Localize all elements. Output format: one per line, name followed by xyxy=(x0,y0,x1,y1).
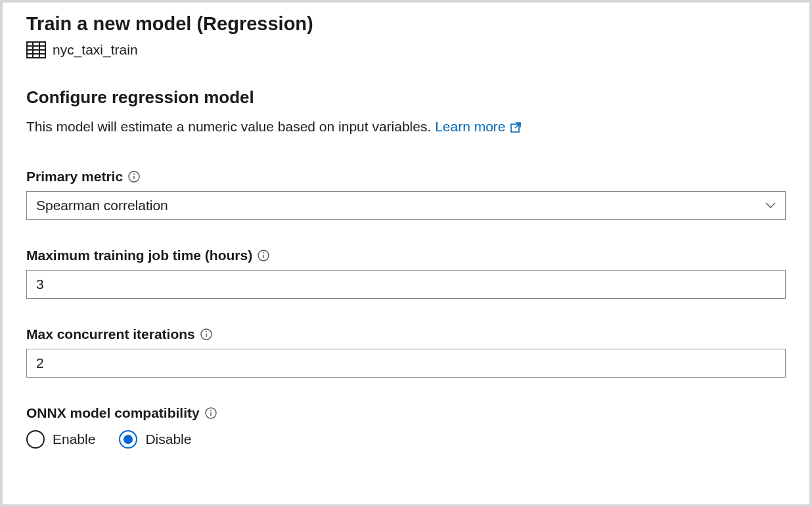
max-training-time-input[interactable] xyxy=(26,270,786,299)
info-icon[interactable] xyxy=(200,328,212,340)
radio-dot-icon xyxy=(124,435,133,444)
max-concurrent-label: Max concurrent iterations xyxy=(26,326,786,342)
page-title: Train a new model (Regression) xyxy=(26,13,786,35)
primary-metric-select[interactable]: Spearman correlation xyxy=(26,191,786,220)
radio-circle-icon xyxy=(26,430,45,449)
learn-more-text: Learn more xyxy=(435,117,505,136)
dataset-row: nyc_taxi_train xyxy=(26,41,786,58)
train-model-panel: Train a new model (Regression) nyc_taxi_… xyxy=(3,3,809,504)
max-training-time-label: Maximum training job time (hours) xyxy=(26,248,786,263)
svg-point-16 xyxy=(206,331,207,332)
max-concurrent-input[interactable] xyxy=(26,349,786,378)
max-training-time-label-text: Maximum training job time (hours) xyxy=(26,248,252,263)
primary-metric-value: Spearman correlation xyxy=(36,198,168,213)
radio-circle-icon xyxy=(119,430,137,449)
primary-metric-label-text: Primary metric xyxy=(26,169,123,185)
info-icon[interactable] xyxy=(258,250,269,261)
svg-point-19 xyxy=(210,410,212,411)
primary-metric-label: Primary metric xyxy=(26,169,786,185)
svg-point-10 xyxy=(133,173,135,175)
table-icon xyxy=(26,41,46,58)
dataset-name: nyc_taxi_train xyxy=(53,42,138,58)
svg-point-13 xyxy=(263,252,264,254)
section-description: This model will estimate a numeric value… xyxy=(26,117,786,136)
learn-more-link[interactable]: Learn more xyxy=(435,117,521,136)
section-title: Configure regression model xyxy=(26,87,786,108)
onnx-label: ONNX model compatibility xyxy=(26,405,786,421)
onnx-enable-label: Enable xyxy=(53,431,95,447)
external-link-icon xyxy=(510,121,522,133)
onnx-disable-label: Disable xyxy=(145,431,191,447)
onnx-disable-radio[interactable]: Disable xyxy=(119,430,191,449)
onnx-enable-radio[interactable]: Enable xyxy=(26,430,95,449)
info-icon[interactable] xyxy=(205,407,217,419)
onnx-radio-group: Enable Disable xyxy=(26,430,786,449)
section-desc-text: This model will estimate a numeric value… xyxy=(26,119,435,134)
onnx-label-text: ONNX model compatibility xyxy=(26,405,200,421)
info-icon[interactable] xyxy=(128,171,140,183)
max-concurrent-label-text: Max concurrent iterations xyxy=(26,326,195,342)
